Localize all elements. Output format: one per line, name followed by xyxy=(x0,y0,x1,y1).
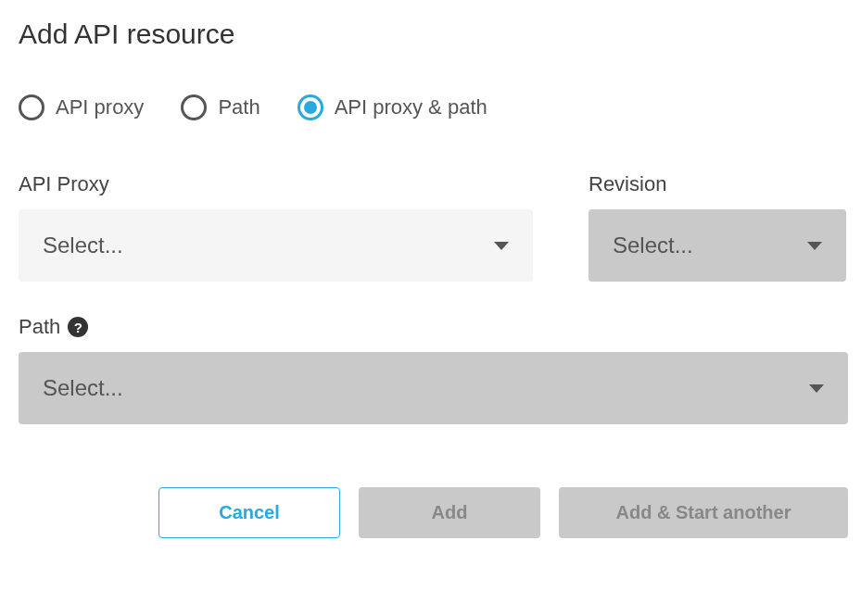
help-icon[interactable]: ? xyxy=(68,317,88,337)
radio-api-proxy[interactable]: API proxy xyxy=(19,94,144,120)
select-placeholder: Select... xyxy=(613,233,693,258)
radio-unselected-icon xyxy=(181,94,207,120)
path-select[interactable]: Select... xyxy=(19,352,848,424)
cancel-button[interactable]: Cancel xyxy=(158,487,340,538)
field-revision: Revision Select... xyxy=(589,172,846,282)
add-start-another-button[interactable]: Add & Start another xyxy=(559,487,848,538)
radio-api-proxy-and-path[interactable]: API proxy & path xyxy=(298,94,487,120)
select-placeholder: Select... xyxy=(43,375,123,401)
chevron-down-icon xyxy=(494,242,509,250)
radio-unselected-icon xyxy=(19,94,44,120)
radio-label: Path xyxy=(218,95,260,119)
api-proxy-label: API Proxy xyxy=(19,172,533,196)
radio-label: API proxy xyxy=(56,95,144,119)
dialog-button-row: Cancel Add Add & Start another xyxy=(19,487,848,538)
path-label: Path xyxy=(19,315,60,339)
radio-inner-dot-icon xyxy=(304,101,317,114)
radio-selected-icon xyxy=(298,94,323,120)
api-proxy-select[interactable]: Select... xyxy=(19,209,533,282)
field-api-proxy: API Proxy Select... xyxy=(19,172,533,282)
revision-select[interactable]: Select... xyxy=(589,209,846,282)
radio-path[interactable]: Path xyxy=(181,94,260,120)
form-row-proxy-revision: API Proxy Select... Revision Select... xyxy=(19,172,842,282)
resource-type-radio-group: API proxy Path API proxy & path xyxy=(19,94,842,120)
add-button[interactable]: Add xyxy=(359,487,540,538)
chevron-down-icon xyxy=(807,242,822,250)
revision-label: Revision xyxy=(589,172,846,196)
select-placeholder: Select... xyxy=(43,233,123,258)
field-path: Path ? Select... xyxy=(19,315,848,424)
chevron-down-icon xyxy=(809,384,824,393)
path-label-row: Path ? xyxy=(19,315,848,339)
dialog-title: Add API resource xyxy=(19,19,842,50)
radio-label: API proxy & path xyxy=(335,95,487,119)
